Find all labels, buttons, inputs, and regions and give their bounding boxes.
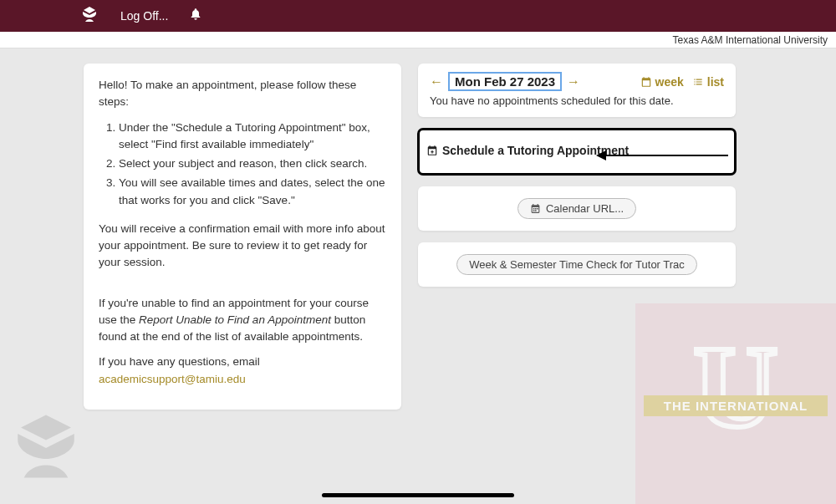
calendar-url-button[interactable]: Calendar URL... <box>517 198 636 219</box>
schedule-tutoring-link[interactable]: Schedule a Tutoring Appointment <box>426 144 629 157</box>
no-appointments-msg: You have no appointments scheduled for t… <box>430 94 724 107</box>
step-item: Under the "Schedule a Tutoring Appointme… <box>119 120 386 154</box>
list-icon <box>692 76 704 88</box>
next-date-arrow-icon[interactable]: → <box>567 74 580 89</box>
step-item: You will see available times and dates, … <box>119 175 386 209</box>
watermark-letter: U <box>652 328 819 445</box>
calendar-plus-icon <box>426 145 438 156</box>
footer-logo-icon <box>8 409 84 487</box>
steps-list: Under the "Schedule a Tutoring Appointme… <box>119 120 386 209</box>
instructions-card: Hello! To make an appointment, please fo… <box>84 64 401 410</box>
questions-text: If you have any questions, email academi… <box>99 354 386 388</box>
org-subbar: Texas A&M International University <box>0 32 836 48</box>
confirm-text: You will receive a confirmation email wi… <box>99 221 386 272</box>
step-item: Select your subject and reason, then cli… <box>119 155 386 172</box>
app-logo-icon <box>79 4 99 28</box>
prev-date-arrow-icon[interactable]: ← <box>430 74 443 89</box>
calendar-grid-icon <box>530 203 541 214</box>
watermark-logo: U THE INTERNATIONAL <box>635 303 836 504</box>
timecheck-button[interactable]: Week & Semester Time Check for Tutor Tra… <box>456 254 697 275</box>
schedule-card: Schedule a Tutoring Appointment <box>418 129 736 175</box>
timecheck-card: Week & Semester Time Check for Tutor Tra… <box>418 242 736 287</box>
logoff-link[interactable]: Log Off... <box>120 9 168 23</box>
unable-text: If you're unable to find an appointment … <box>99 295 386 346</box>
date-card: ← Mon Feb 27 2023 → week list You have n… <box>418 64 736 117</box>
home-indicator <box>322 493 514 497</box>
top-bar: Log Off... <box>0 0 836 32</box>
date-display[interactable]: Mon Feb 27 2023 <box>448 72 562 91</box>
support-email-link[interactable]: academicsupport@tamiu.edu <box>99 373 246 385</box>
calendar-url-card: Calendar URL... <box>418 186 736 231</box>
bell-icon[interactable] <box>189 8 202 24</box>
calendar-icon <box>640 76 652 88</box>
watermark-banner: THE INTERNATIONAL <box>644 395 828 416</box>
view-list-toggle[interactable]: list <box>692 75 724 89</box>
intro-text: Hello! To make an appointment, please fo… <box>99 77 386 111</box>
view-week-toggle[interactable]: week <box>640 75 684 89</box>
